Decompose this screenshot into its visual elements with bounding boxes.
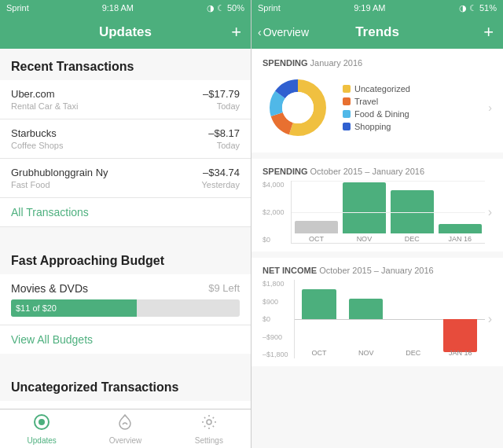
budget-name: Movies & DVDs xyxy=(11,282,88,295)
ni-bar-oct-fill xyxy=(302,289,336,319)
left-nav-bar: Updates + xyxy=(0,16,251,49)
transaction-right-info: –$8.17 Today xyxy=(208,127,240,150)
y-label-2000: $2,000 xyxy=(263,208,288,216)
legend-dot-shopping xyxy=(343,123,351,130)
y-label-0: $0 xyxy=(263,236,288,244)
right-nav-title: Trends xyxy=(355,24,399,40)
net-income-y-axis: $1,800 $900 $0 –$900 –$1,800 xyxy=(263,280,294,358)
left-scroll-area: Recent Transactions Uber.com Rental Car … xyxy=(0,49,251,409)
right-time: 9:19 AM xyxy=(354,3,385,13)
ni-bar-jan16-label: JAN 16 xyxy=(449,349,472,357)
grid-line-top xyxy=(292,181,485,182)
legend-travel: Travel xyxy=(343,97,410,106)
transaction-date: Yesterday xyxy=(201,180,240,189)
left-tab-bar: Updates Overview Settings xyxy=(0,409,251,448)
ni-bar-nov: NOV xyxy=(345,280,387,358)
all-transactions-anchor[interactable]: All Transactions xyxy=(11,206,89,218)
bar-oct: OCT xyxy=(295,221,338,243)
ni-bar-dec: DEC xyxy=(392,280,435,358)
net-income-bars: OCT NOV DEC xyxy=(294,280,485,358)
donut-legend: Uncategorized Travel Food & Dining Shopp… xyxy=(343,84,410,131)
legend-dot-uncategorized xyxy=(343,85,351,93)
net-income-chart: $1,800 $900 $0 –$900 –$1,800 OCT xyxy=(263,280,492,358)
svg-point-2 xyxy=(207,420,211,424)
back-button[interactable]: ‹ Overview xyxy=(258,26,309,39)
transaction-category: Fast Food xyxy=(11,180,108,189)
transaction-date: Today xyxy=(203,101,240,111)
left-time: 9:18 AM xyxy=(102,3,134,13)
legend-label-travel: Travel xyxy=(354,97,378,106)
y-neg1800: –$1,800 xyxy=(263,351,291,358)
right-nav-bar: ‹ Overview Trends + xyxy=(252,16,503,49)
transaction-name: Grubhublonggrain Ny xyxy=(11,167,108,178)
bar-nov: NOV xyxy=(343,182,386,243)
tab-updates[interactable]: Updates xyxy=(0,413,83,445)
ni-bar-jan16: JAN 16 xyxy=(439,280,482,358)
bar-nov-label: NOV xyxy=(357,235,373,243)
add-button-right[interactable]: + xyxy=(483,22,494,42)
tab-overview-label: Overview xyxy=(109,436,142,445)
spending-bar-chart: $4,000 $2,000 $0 OCT NOV xyxy=(263,181,492,244)
spending-donut-title: SPENDING January 2016 xyxy=(263,58,492,68)
back-label: Overview xyxy=(263,26,309,39)
donut-chart xyxy=(263,72,333,143)
tab-updates-label: Updates xyxy=(28,436,57,445)
fast-approaching-budget-header: Fast Approaching Budget xyxy=(0,243,251,274)
transaction-amount: –$8.17 xyxy=(208,127,240,139)
budget-bar-container: $11 of $20 xyxy=(11,299,240,317)
y-1800: $1,800 xyxy=(263,280,291,288)
transaction-left-info: Uber.com Rental Car & Taxi xyxy=(11,88,78,111)
net-income-chevron-icon[interactable]: › xyxy=(485,312,492,326)
y-label-4000: $4,000 xyxy=(263,181,288,189)
donut-row: Uncategorized Travel Food & Dining Shopp… xyxy=(263,72,492,143)
tab-settings-label: Settings xyxy=(195,436,223,445)
spending-bar-label: SPENDING xyxy=(263,167,307,176)
transaction-amount: –$17.79 xyxy=(203,88,240,100)
tab-overview[interactable]: Overview xyxy=(83,413,167,445)
right-status-bar: Sprint 9:19 AM ◑ ☾ 51% xyxy=(252,0,503,16)
view-all-budgets-anchor[interactable]: View All Budgets xyxy=(11,333,93,346)
legend-shopping: Shopping xyxy=(343,122,410,131)
net-income-label: NET INCOME xyxy=(263,266,317,275)
tab-settings[interactable]: Settings xyxy=(167,413,251,445)
ni-bar-oct-label: OCT xyxy=(311,349,326,357)
left-panel: Sprint 9:18 AM ◑ ☾ 50% Updates + Recent … xyxy=(0,0,252,448)
left-status-icons: ◑ ☾ 50% xyxy=(207,3,244,13)
transaction-date: Today xyxy=(208,141,240,150)
uncategorized-item xyxy=(0,401,251,409)
y-neg900: –$900 xyxy=(263,333,291,341)
spending-donut-section: SPENDING January 2016 xyxy=(252,49,503,152)
bar-jan16-label: JAN 16 xyxy=(448,235,472,243)
legend-label-food: Food & Dining xyxy=(354,109,409,119)
legend-label-shopping: Shopping xyxy=(354,122,391,131)
transaction-right-info: –$34.74 Yesterday xyxy=(201,167,240,189)
all-transactions-link[interactable]: All Transactions xyxy=(0,198,251,227)
spending-bar-date: October 2015 – January 2016 xyxy=(310,167,425,176)
spending-date: January 2016 xyxy=(310,58,363,68)
transaction-name: Uber.com xyxy=(11,88,78,100)
legend-food: Food & Dining xyxy=(343,109,410,119)
transaction-left-info: Grubhublonggrain Ny Fast Food xyxy=(11,167,108,189)
transaction-amount: –$34.74 xyxy=(201,167,240,178)
legend-label-uncategorized: Uncategorized xyxy=(354,84,410,94)
transaction-category: Rental Car & Taxi xyxy=(11,101,78,111)
spending-bar-title: SPENDING October 2015 – January 2016 xyxy=(263,167,492,176)
transaction-right-info: –$17.79 Today xyxy=(203,88,240,111)
add-button-left[interactable]: + xyxy=(231,22,241,42)
transaction-name: Starbucks xyxy=(11,127,63,139)
budget-row: Movies & DVDs $9 Left xyxy=(11,282,240,295)
svg-point-1 xyxy=(39,419,45,425)
budget-left: $9 Left xyxy=(208,282,240,295)
donut-chevron-icon[interactable]: › xyxy=(488,101,492,114)
bar-nov-fill xyxy=(343,182,386,233)
ni-bar-dec-label: DEC xyxy=(406,349,420,357)
right-carrier: Sprint xyxy=(258,3,281,13)
legend-dot-travel xyxy=(343,97,351,105)
spending-bar-chevron-icon[interactable]: › xyxy=(485,205,492,219)
net-income-bars-area: OCT NOV DEC xyxy=(294,280,485,358)
budget-section: Movies & DVDs $9 Left $11 of $20 View Al… xyxy=(0,274,251,354)
uncategorized-header: Uncategorized Transactions xyxy=(0,369,251,401)
chevron-left-icon: ‹ xyxy=(258,26,262,39)
view-all-budgets-link[interactable]: View All Budgets xyxy=(0,325,251,354)
spending-bars: OCT NOV DEC JAN 16 xyxy=(291,181,485,244)
